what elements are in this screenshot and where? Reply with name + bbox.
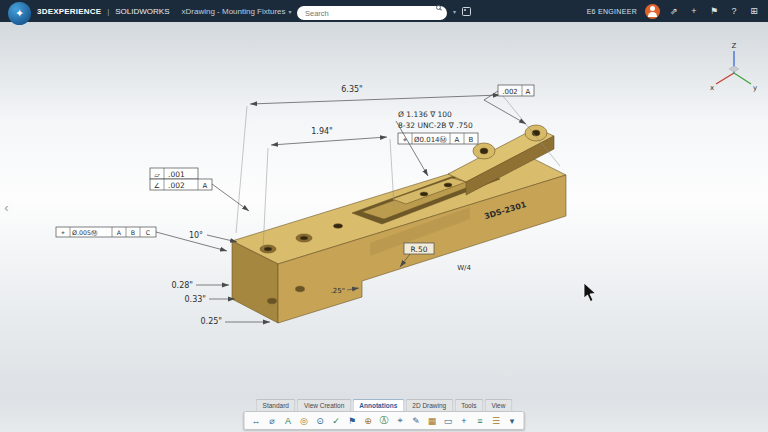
hole-callout-button[interactable]: ⌀ bbox=[265, 413, 280, 428]
dim-step-1[interactable]: 0.28" bbox=[172, 281, 230, 290]
centerline-button[interactable]: ≡ bbox=[473, 413, 488, 428]
user-name-label: E6 ENGINEER bbox=[587, 8, 637, 15]
app-title: xDrawing - Mounting Fixtures bbox=[182, 7, 286, 16]
triad-x-label: x bbox=[710, 84, 714, 92]
bracket-lug-1-hole bbox=[480, 148, 488, 154]
front-hole-2 bbox=[268, 298, 277, 304]
svg-text:0.25": 0.25" bbox=[201, 317, 223, 326]
svg-text:.002: .002 bbox=[502, 88, 518, 96]
xdrawing-app: 3DS-2301 6.35" 1.94" Ø 1.136 ∇ 100 8-32 … bbox=[0, 0, 768, 432]
search-scope-chevron-icon[interactable]: ▾ bbox=[453, 8, 456, 15]
block-button[interactable]: ▭ bbox=[441, 413, 456, 428]
tag-icon[interactable] bbox=[462, 7, 471, 16]
top-bar: ✦ 3DEXPERIENCE | SOLIDWORKS xDrawing - M… bbox=[0, 0, 768, 22]
geometric-tolerance-button[interactable]: ⊕ bbox=[361, 413, 376, 428]
fcf-flatness[interactable]: ▱ .001 bbox=[150, 168, 198, 179]
triad-y-label: y bbox=[753, 84, 757, 92]
brand-divider: | bbox=[107, 7, 109, 16]
svg-text:Ø.005Ⓜ: Ø.005Ⓜ bbox=[72, 229, 98, 236]
surface-finish-button[interactable]: ✓ bbox=[329, 413, 344, 428]
fcf-angularity[interactable]: ∠ .002 A bbox=[150, 179, 249, 211]
weld-symbol-button[interactable]: ⚑ bbox=[345, 413, 360, 428]
svg-text:Ø 1.136 ∇ 100: Ø 1.136 ∇ 100 bbox=[398, 110, 452, 119]
smart-dimension-button[interactable]: ↔ bbox=[249, 413, 264, 428]
dim-step-2[interactable]: 0.33" bbox=[185, 295, 236, 304]
top-hole-3 bbox=[334, 224, 343, 228]
part-model[interactable] bbox=[232, 125, 566, 323]
triad-origin bbox=[729, 66, 739, 72]
cbore-hole-1-inner bbox=[264, 247, 272, 251]
brand-3dexperience: 3DEXPERIENCE bbox=[37, 7, 101, 16]
tab-view[interactable]: View bbox=[484, 399, 512, 411]
svg-text:A: A bbox=[455, 136, 460, 144]
note-button[interactable]: A bbox=[281, 413, 296, 428]
svg-text:0.33": 0.33" bbox=[185, 295, 207, 304]
app-title-dropdown[interactable]: xDrawing - Mounting Fixtures ▾ bbox=[182, 7, 292, 16]
tab-annotations[interactable]: Annotations bbox=[352, 399, 404, 411]
svg-text:A: A bbox=[117, 229, 122, 236]
tab-view-creation[interactable]: View Creation bbox=[297, 399, 351, 411]
dim-step-3[interactable]: 0.25" bbox=[201, 317, 271, 326]
add-icon[interactable]: + bbox=[688, 6, 700, 16]
svg-text:C: C bbox=[146, 229, 151, 236]
compass-logo-icon[interactable]: ✦ bbox=[8, 2, 31, 25]
panel-collapse-chevron[interactable]: ‹ bbox=[1, 200, 12, 215]
chevron-down-icon: ▾ bbox=[289, 8, 292, 15]
center-mark-button[interactable]: + bbox=[457, 413, 472, 428]
brand-solidworks: SOLIDWORKS bbox=[115, 7, 169, 16]
svg-text:1.94": 1.94" bbox=[311, 127, 333, 136]
revision-symbol-button[interactable]: ✎ bbox=[409, 413, 424, 428]
bottom-dock: Standard View Creation Annotations 2D Dr… bbox=[244, 399, 525, 430]
area-hatch-button[interactable]: ▦ bbox=[425, 413, 440, 428]
ribbon-tabs: Standard View Creation Annotations 2D Dr… bbox=[255, 399, 513, 411]
dim-draft-angle[interactable]: 10° bbox=[189, 231, 237, 242]
view-triad[interactable]: Z x y bbox=[710, 42, 757, 92]
svg-text:.002: .002 bbox=[168, 181, 185, 190]
user-avatar[interactable] bbox=[645, 4, 660, 19]
svg-text:A: A bbox=[526, 88, 531, 96]
notifications-icon[interactable]: ⚑ bbox=[708, 6, 720, 16]
svg-text:.25": .25" bbox=[331, 287, 345, 295]
svg-text:B: B bbox=[131, 229, 135, 236]
share-icon[interactable]: ⇗ bbox=[668, 6, 680, 16]
svg-text:10°: 10° bbox=[189, 231, 203, 240]
3d-viewport[interactable]: 3DS-2301 6.35" 1.94" Ø 1.136 ∇ 100 8-32 … bbox=[0, 0, 768, 432]
more-button[interactable]: ▾ bbox=[505, 413, 520, 428]
tab-tools[interactable]: Tools bbox=[454, 399, 483, 411]
search-input[interactable] bbox=[297, 6, 447, 20]
svg-text:⌖: ⌖ bbox=[61, 229, 65, 236]
datum-target-button[interactable]: ⌖ bbox=[393, 413, 408, 428]
help-icon[interactable]: ? bbox=[728, 6, 740, 16]
slot-hole-2 bbox=[444, 183, 452, 187]
apps-grid-icon[interactable]: ⊞ bbox=[748, 6, 760, 16]
tolerance-flag[interactable]: .002 A bbox=[484, 85, 534, 124]
datum-feature-button[interactable]: Ⓐ bbox=[377, 413, 392, 428]
search-box bbox=[297, 2, 447, 21]
svg-text:R.50: R.50 bbox=[411, 245, 428, 254]
svg-text:B: B bbox=[469, 136, 474, 144]
small-note: W/4 bbox=[457, 264, 471, 272]
mouse-cursor bbox=[584, 283, 596, 302]
slot-hole-1 bbox=[420, 192, 428, 196]
front-hole-1 bbox=[296, 286, 305, 292]
svg-text:▱: ▱ bbox=[154, 171, 160, 179]
svg-text:∠: ∠ bbox=[154, 182, 160, 190]
svg-text:Ø0.014Ⓜ: Ø0.014Ⓜ bbox=[414, 136, 447, 144]
cbore-hole-2-inner bbox=[300, 236, 308, 240]
svg-text:0.28": 0.28" bbox=[172, 281, 194, 290]
search-icon[interactable] bbox=[436, 5, 441, 10]
svg-text:A: A bbox=[203, 182, 208, 190]
svg-text:.001: .001 bbox=[168, 170, 185, 179]
auto-balloon-button[interactable]: ⊙ bbox=[313, 413, 328, 428]
tab-standard[interactable]: Standard bbox=[256, 399, 296, 411]
svg-text:8-32 UNC-2B ∇ .750: 8-32 UNC-2B ∇ .750 bbox=[398, 121, 473, 130]
triad-z-label: Z bbox=[732, 42, 737, 50]
tab-2d-drawing[interactable]: 2D Drawing bbox=[405, 399, 453, 411]
svg-text:6.35": 6.35" bbox=[341, 85, 363, 94]
annotation-toolbar: ↔ ⌀ A ◎ ⊙ ✓ ⚑ ⊕ Ⓐ ⌖ ✎ ▦ ▭ + ≡ ☰ ▾ bbox=[244, 411, 525, 430]
table-button[interactable]: ☰ bbox=[489, 413, 504, 428]
balloon-button[interactable]: ◎ bbox=[297, 413, 312, 428]
